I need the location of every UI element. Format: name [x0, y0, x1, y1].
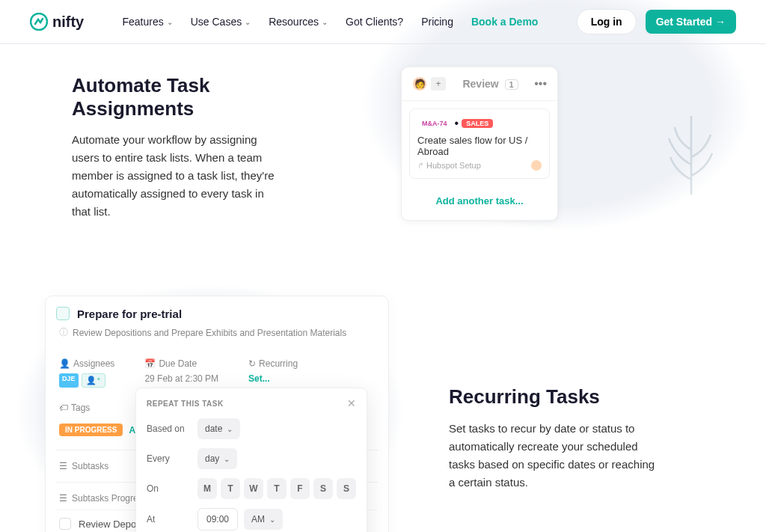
brand-text: nifty	[52, 13, 84, 31]
day-buttons: M T W T F S S	[197, 478, 356, 499]
nav-links: Features⌄ Use Cases⌄ Resources⌄ Got Clie…	[122, 16, 538, 28]
section1-heading: Automate Task Assignments	[72, 74, 281, 120]
chevron-down-icon: ⌄	[167, 18, 173, 26]
get-started-button[interactable]: Get Started →	[646, 10, 736, 34]
nav-book-demo[interactable]: Book a Demo	[471, 16, 538, 28]
avatar	[531, 160, 542, 171]
nifty-logo-icon	[30, 13, 48, 31]
task-label-tag: SALES	[462, 119, 493, 128]
based-on-label: Based on	[147, 424, 192, 434]
section1-body: Automate your workflow by assigning user…	[72, 131, 281, 221]
day-tue-button[interactable]: T	[221, 478, 240, 499]
every-label: Every	[147, 453, 192, 464]
subtask-checkbox[interactable]	[59, 518, 71, 530]
add-task-link[interactable]: Add another task...	[402, 186, 557, 215]
subtask-arrow-icon: ↱	[417, 161, 424, 170]
task-id-tag: M&A-74	[417, 119, 452, 128]
assignee-chip[interactable]: DJE	[59, 373, 79, 388]
based-on-select[interactable]: date⌄	[197, 418, 240, 439]
close-icon[interactable]: ✕	[347, 397, 356, 409]
day-wed-button[interactable]: W	[244, 478, 263, 499]
column-title: Review 1	[447, 78, 534, 90]
avatar: 🧑	[412, 76, 427, 91]
set-recurring-link[interactable]: Set...	[248, 373, 298, 384]
subtask-name: Hubspot Setup	[426, 161, 481, 170]
status-tag[interactable]: IN PROGRESS	[59, 424, 123, 436]
task-title: Create sales flow for US / Abroad	[417, 135, 542, 157]
recurring-label: ↻Recurring	[248, 358, 298, 369]
time-input[interactable]	[197, 508, 238, 531]
chevron-down-icon: ⌄	[224, 455, 230, 463]
tag-icon: 🏷	[59, 403, 68, 413]
assignee-avatars: 🧑 +	[412, 76, 447, 91]
day-sun-button[interactable]: S	[337, 478, 356, 499]
nav-pricing[interactable]: Pricing	[421, 16, 453, 28]
top-nav: nifty Features⌄ Use Cases⌄ Resources⌄ Go…	[0, 0, 766, 44]
login-button[interactable]: Log in	[577, 9, 637, 34]
repeat-task-modal: REPEAT THIS TASK ✕ Based on date⌄ Every …	[135, 388, 367, 532]
day-fri-button[interactable]: F	[290, 478, 310, 499]
chevron-down-icon: ⌄	[227, 425, 233, 433]
section2-heading: Recurring Tasks	[449, 385, 658, 409]
chevron-down-icon: ⌄	[322, 18, 328, 26]
task-card[interactable]: M&A-74 • SALES Create sales flow for US …	[409, 108, 550, 179]
more-options-icon[interactable]: •••	[534, 77, 547, 91]
user-icon: 👤	[59, 358, 70, 369]
nav-use-cases[interactable]: Use Cases⌄	[191, 16, 251, 28]
duedate-label: 📅Due Date	[144, 358, 218, 369]
task-complete-checkbox[interactable]	[56, 307, 70, 320]
section2-body: Set tasks to recur by date or status to …	[449, 420, 658, 492]
day-sat-button[interactable]: S	[313, 478, 333, 499]
review-card: 🧑 + Review 1 ••• M&A-74 • SALES Create s…	[401, 67, 558, 221]
tags-label: 🏷Tags	[59, 403, 90, 413]
recurring-icon: ↻	[248, 358, 256, 369]
nav-got-clients[interactable]: Got Clients?	[346, 16, 403, 28]
on-label: On	[147, 483, 192, 494]
every-select[interactable]: day⌄	[197, 448, 237, 469]
ampm-select[interactable]: AM⌄	[244, 509, 283, 530]
day-mon-button[interactable]: M	[197, 478, 217, 499]
nav-features[interactable]: Features⌄	[122, 16, 172, 28]
list-icon: ☰	[59, 493, 67, 504]
modal-title: REPEAT THIS TASK	[147, 400, 224, 408]
task-description: Review Depositions and Prepare Exhibits …	[73, 328, 346, 338]
add-assignee-icon[interactable]: +	[430, 76, 447, 91]
add-assignee-button[interactable]: 👤⁺	[82, 373, 105, 388]
info-icon: ⓘ	[59, 326, 68, 339]
task-count-badge: 1	[505, 79, 518, 90]
list-icon: ☰	[59, 461, 67, 471]
task-detail-panel: Prepare for pre-trial ⓘReview Deposition…	[45, 296, 389, 532]
chevron-down-icon: ⌄	[245, 18, 251, 26]
at-label: At	[147, 514, 192, 525]
duedate-value[interactable]: 29 Feb at 2:30 PM	[144, 373, 218, 384]
logo[interactable]: nifty	[30, 13, 84, 31]
assignees-label: 👤Assignees	[59, 358, 114, 369]
calendar-icon: 📅	[144, 358, 156, 369]
chevron-down-icon: ⌄	[269, 516, 275, 524]
task-title: Prepare for pre-trial	[77, 308, 182, 320]
day-thu-button[interactable]: T	[267, 478, 287, 499]
nav-resources[interactable]: Resources⌄	[269, 16, 328, 28]
